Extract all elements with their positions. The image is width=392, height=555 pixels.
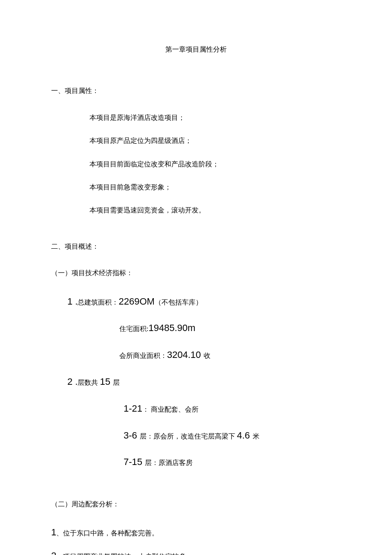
section-2-heading: 二、项目概述：	[51, 242, 341, 251]
floor-range-2: 3-6 层：原会所，改造住宅层高梁下 4.6 米	[124, 429, 341, 442]
floor-range-3: 7-15 层：原酒店客房	[124, 456, 341, 469]
item-number: 1	[51, 527, 56, 538]
item-text: 、位于东口中路，各种配套完善。	[56, 529, 159, 537]
floor-unit: 米	[253, 433, 259, 440]
item-number: 2	[51, 550, 56, 555]
item-number: 1 .	[67, 296, 78, 307]
floor-range: 3-6	[124, 430, 140, 441]
spec-residential-area: 住宅面积:19485.90m	[119, 322, 341, 335]
floor-value: 4.6	[237, 430, 253, 441]
bullet-item: 本项目目前面临定位改变和产品改造阶段；	[89, 160, 341, 169]
bullet-item: 本项目需要迅速回竞资金，滚动开发。	[89, 206, 341, 215]
subsection-1-heading: （一）项目技术经济指标：	[51, 268, 341, 278]
floor-range-1: 1-21： 商业配套、会所	[124, 402, 341, 416]
spec-label: 住宅面积:	[119, 325, 148, 332]
chapter-title: 第一章项目属性分析	[51, 45, 341, 54]
item-value: 2269OM	[118, 296, 154, 307]
spec-value: 3204.10	[167, 349, 204, 360]
bullet-item: 本项目是原海洋酒店改造项目；	[89, 113, 341, 122]
item-value: 15	[100, 376, 113, 387]
item-number: 2 .	[67, 376, 78, 387]
floor-desc: ： 商业配套、会所	[142, 406, 199, 413]
spec-total-area: 1 .总建筑面积：2269OM（不包括车库）	[67, 295, 341, 308]
item-text: 、项目周围商业氛围较浓，小户型住宅较多；	[56, 553, 193, 555]
surrounding-item-1: 1、位于东口中路，各种配套完善。	[51, 526, 341, 539]
floor-desc-pre: 层：原会所，改造住宅层高梁下	[140, 433, 237, 440]
spec-floors: 2 .层数共 15 层	[67, 375, 341, 389]
item-note: （不包括车库）	[155, 299, 202, 306]
spec-value: 19485.90m	[148, 323, 195, 333]
bullet-item: 本项目目前急需改变形象；	[89, 183, 341, 192]
floor-desc: 层：原酒店客房	[145, 459, 193, 466]
spec-club-area: 会所商业面积：3204.10 收	[119, 349, 341, 362]
item-unit: 层	[113, 379, 120, 386]
bullet-item: 本项目原产品定位为四星级酒店；	[89, 136, 341, 145]
subsection-2-heading: （二）周边配套分析：	[51, 500, 341, 509]
spec-label: 会所商业面积：	[119, 352, 167, 359]
floor-range: 7-15	[124, 456, 145, 467]
item-label: 总建筑面积：	[78, 299, 118, 306]
floor-range: 1-21	[124, 403, 142, 414]
item-label: 层数共	[78, 379, 100, 386]
spec-unit: 收	[204, 352, 210, 359]
section-1-heading: 一、项目属性：	[51, 86, 341, 96]
surrounding-item-2: 2、项目周围商业氛围较浓，小户型住宅较多；	[51, 549, 341, 555]
